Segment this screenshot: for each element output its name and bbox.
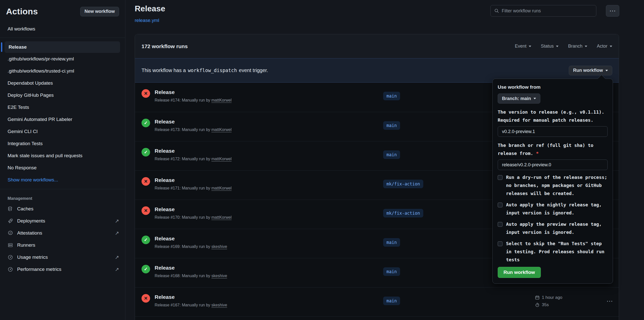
sidebar-item-trusted-ci[interactable]: .github/workflows/trusted-ci.yml [0, 65, 125, 77]
sidebar-item-deployments[interactable]: Deployments ↗ [0, 215, 125, 227]
run-title-link[interactable]: Release [155, 148, 175, 154]
filter-runs-search[interactable] [490, 5, 596, 17]
sidebar-item-no-response[interactable]: No Response [0, 162, 125, 174]
run-branch-badge[interactable]: mk/fix-action [383, 180, 423, 188]
run-status-icon: ✓ [142, 236, 150, 244]
sidebar-item-mark-stale[interactable]: Mark stale issues and pull requests [0, 150, 125, 162]
branch-selector-dropdown[interactable]: Branch: main [498, 93, 540, 104]
run-branch-badge[interactable]: main [383, 150, 400, 159]
calendar-icon [535, 295, 540, 300]
sidebar-item-e2e-tests[interactable]: E2E Tests [0, 101, 125, 113]
run-branch-badge[interactable]: mk/fix-action [383, 209, 423, 217]
sidebar-item-attestations[interactable]: Attestations ↗ [0, 227, 125, 239]
actions-sidebar: Actions New workflow All workflows Relea… [0, 0, 125, 320]
run-status-icon: ✕ [142, 177, 150, 186]
meter-icon [8, 254, 13, 260]
verified-badge-icon [8, 230, 13, 236]
sidebar-item-deploy-github-pages[interactable]: Deploy GitHub Pages [0, 89, 125, 101]
run-title-link[interactable]: Release [155, 206, 175, 212]
run-branch-badge[interactable]: main [383, 297, 400, 305]
filter-actor-dropdown[interactable]: Actor [597, 44, 612, 49]
sidebar-item-gemini-cli-ci[interactable]: Gemini CLI CI [0, 125, 125, 138]
new-workflow-button[interactable]: New workflow [80, 7, 119, 16]
run-workflow-submit-button[interactable]: Run workflow [498, 267, 541, 278]
page-title: Release [135, 4, 165, 13]
run-title-link[interactable]: Release [155, 294, 175, 300]
preview-tag-checkbox[interactable] [498, 222, 502, 227]
run-title-link[interactable]: Release [155, 236, 175, 241]
search-input[interactable] [502, 8, 593, 14]
run-actor-link[interactable]: mattKorwel [211, 186, 232, 190]
run-branch-badge[interactable]: main [383, 267, 400, 276]
rocket-icon [8, 218, 13, 224]
sidebar-item-integration-tests[interactable]: Integration Tests [0, 138, 125, 150]
run-actor-link[interactable]: mattKorwel [211, 127, 232, 132]
sidebar-item-caches[interactable]: Caches [0, 203, 125, 215]
sidebar-item-label: Usage metrics [17, 254, 48, 260]
run-title-link[interactable]: Release [155, 177, 175, 183]
chevron-down-icon [529, 46, 531, 48]
sidebar-item-pr-review[interactable]: .github/workflows/pr-review.yml [0, 53, 125, 65]
run-actor-link[interactable]: skeshive [211, 244, 227, 249]
sidebar-item-dependabot-updates[interactable]: Dependabot Updates [0, 77, 125, 89]
nightly-tag-option: Auto apply the nightly release tag, inpu… [498, 201, 608, 217]
workflow-run-row: ✕ Release Release #167: Manually run by … [135, 287, 619, 316]
workflow-options-kebab-button[interactable]: ⋯ [606, 5, 619, 17]
skip-tests-checkbox[interactable] [498, 241, 502, 246]
run-actor-link[interactable]: mattKorwel [211, 215, 232, 219]
run-status-icon: ✓ [142, 119, 150, 127]
skip-tests-option: Select to skip the "Run Tests" step in t… [498, 240, 608, 264]
run-actor-link[interactable]: mattKorwel [211, 157, 232, 161]
run-actor-link[interactable]: skeshive [211, 274, 227, 278]
sidebar-item-label: Runners [17, 242, 35, 248]
ref-input[interactable] [498, 159, 608, 170]
run-meta: 1 hour ago 35s [535, 295, 562, 307]
filter-branch-dropdown[interactable]: Branch [568, 44, 587, 49]
show-more-workflows-link[interactable]: Show more workflows... [0, 174, 125, 186]
sidebar-item-label: Deployments [17, 218, 45, 224]
filter-status-dropdown[interactable]: Status [541, 44, 558, 49]
external-link-icon: ↗ [115, 230, 119, 236]
management-section-label: Management [0, 189, 125, 203]
nightly-tag-checkbox[interactable] [498, 203, 502, 207]
run-workflow-dropdown-button[interactable]: Run workflow [569, 66, 612, 75]
sidebar-item-gemini-pr-labeler[interactable]: Gemini Automated PR Labeler [0, 113, 125, 125]
chevron-down-icon [556, 46, 558, 48]
sidebar-item-release[interactable]: Release [5, 41, 120, 53]
sidebar-item-all-workflows[interactable]: All workflows [0, 23, 125, 35]
workflow-file-link[interactable]: release.yml [135, 18, 159, 23]
dry-run-checkbox[interactable] [498, 175, 502, 180]
run-title-link[interactable]: Release [155, 265, 175, 271]
chevron-down-icon [585, 46, 587, 48]
runs-toolbar: 172 workflow runs Event Status Branch Ac… [135, 34, 619, 58]
run-status-icon: ✓ [142, 265, 150, 273]
run-actor-link[interactable]: mattKorwel [211, 98, 232, 102]
run-options-kebab-button[interactable]: ⋯ [602, 296, 617, 306]
chevron-down-icon [610, 46, 612, 48]
required-asterisk: * [536, 151, 539, 156]
sidebar-item-runners[interactable]: Runners [0, 239, 125, 251]
next-run-row-partial [135, 316, 619, 320]
run-time: 1 hour ago [542, 295, 562, 300]
run-status-icon: ✓ [142, 148, 150, 156]
run-branch-badge[interactable]: main [383, 238, 400, 247]
sidebar-item-label: Caches [17, 206, 33, 212]
sidebar-item-usage-metrics[interactable]: Usage metrics ↗ [0, 251, 125, 263]
run-status-icon: ✕ [142, 206, 150, 215]
sidebar-item-label: Attestations [17, 230, 42, 236]
run-branch-badge[interactable]: main [383, 92, 400, 100]
run-title-link[interactable]: Release [155, 119, 175, 124]
ref-input-description: The branch or ref (full git sha) to rele… [498, 141, 608, 157]
run-branch-badge[interactable]: main [383, 121, 400, 130]
external-link-icon: ↗ [115, 266, 119, 272]
sidebar-item-performance-metrics[interactable]: Performance metrics ↗ [0, 263, 125, 275]
run-actor-link[interactable]: skeshive [211, 303, 227, 307]
version-input[interactable] [498, 126, 608, 137]
run-title-link[interactable]: Release [155, 89, 175, 95]
filter-event-dropdown[interactable]: Event [515, 44, 531, 49]
run-duration: 35s [542, 302, 549, 307]
dry-run-option: Run a dry-run of the release process; no… [498, 173, 608, 198]
run-workflow-popup: Use workflow from Branch: main The versi… [492, 79, 613, 284]
meter-icon [8, 267, 13, 272]
server-icon [8, 242, 13, 248]
